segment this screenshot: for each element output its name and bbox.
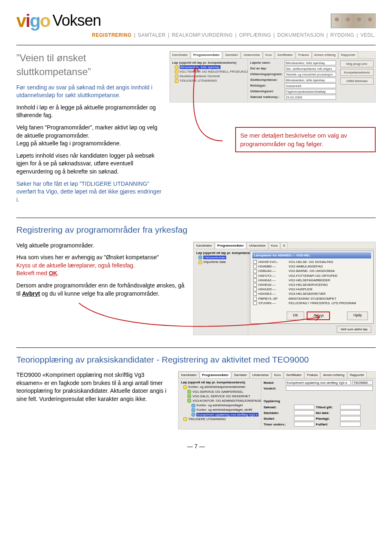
- form-row: Modul:Komprimert opplæring mot skriftleg…: [264, 380, 373, 385]
- nav-dokumentasjon[interactable]: DOKUMENTASJON: [277, 32, 324, 38]
- tree-node[interactable]: Kontor- og administrasjonsfaget: [180, 403, 259, 407]
- section1-p1: Før sending av svar på søknad må det ang…: [16, 84, 162, 100]
- tab-utdannelse[interactable]: Utdannelse: [247, 242, 268, 249]
- callout-red: Se mer detaljert beskrivelse om valg av …: [235, 127, 376, 152]
- list-row[interactable]: HSHSE3----VG3-HELSESEKRETÆR: [252, 292, 371, 296]
- logo-word: Voksen: [53, 10, 101, 31]
- form-row: Utdanningsvei:Fagbrev/praksiskandidatløp: [250, 89, 336, 94]
- form-row: Sluttkompetanse:Bilmekaniker, lette kjør…: [250, 78, 336, 82]
- form-row: Søknad realkomp.:29.02.2008: [250, 95, 336, 100]
- tab-s[interactable]: S: [281, 242, 287, 249]
- form-row: Vurdert:: [264, 386, 373, 391]
- list-row[interactable]: HSHUD2----VG2-HUDPLEIE: [252, 287, 371, 292]
- checkbox-icon[interactable]: [253, 287, 257, 291]
- tree-header-3: Løp (opprett ett løp pr. kompetansebevis…: [180, 380, 259, 385]
- section3-title: Teoriopplæring av praksiskandidater - Re…: [16, 354, 376, 365]
- tree-header-2: Løp (opprett ett løp pr. kompetansebevis…: [195, 251, 246, 255]
- sett-aktivt-button[interactable]: Sett som aktivt løp: [337, 326, 371, 333]
- nav-realkomp.vurdering[interactable]: REALKOMP.VURDERING: [172, 32, 233, 38]
- side-button[interactable]: Velg progr.omr.: [340, 60, 374, 67]
- tree-node[interactable]: VG1-TEKNIKK OG INDUSTRIELL PRODUKSJ: [172, 69, 246, 74]
- tab-kandidater[interactable]: Kandidater: [170, 51, 191, 58]
- tab-kandidater[interactable]: Kandidater: [178, 372, 199, 378]
- section2-p2: Hva som vises her er avhengig av ”Ønsket…: [16, 254, 186, 278]
- list-row[interactable]: HSAMB2----VG2-AMBULANSEFAG: [252, 264, 371, 269]
- checkbox-icon[interactable]: [253, 283, 257, 287]
- hjelp-button[interactable]: Hjelp: [347, 312, 368, 320]
- checkbox-icon[interactable]: [253, 292, 257, 296]
- form-row: Søknad:Tilbud gitt:: [264, 405, 373, 410]
- tab-annen erfaring[interactable]: Annen erfaring: [312, 51, 338, 58]
- tab-programområder[interactable]: Programområder: [191, 51, 222, 58]
- tab-rapporter[interactable]: Rapporter: [347, 372, 367, 378]
- nav-opplæring[interactable]: OPPLÆRING: [239, 32, 271, 38]
- checkbox-icon[interactable]: [253, 301, 257, 305]
- logo: vigo Voksen: [16, 8, 101, 33]
- list-row[interactable]: PBPBY3--SPMINSTEKRAV STUDIEKOMPET: [252, 296, 371, 301]
- list-row[interactable]: HSBUA2----VG2-BARNE- OG UNGDOMSA: [252, 269, 371, 273]
- tab-sertifikater[interactable]: Sertifikater: [275, 51, 295, 58]
- list-row[interactable]: HSHEA2----VG2-HELSEFAGARBEIDER: [252, 278, 371, 283]
- page-footer: — 7 —: [16, 443, 376, 451]
- tab-praksis[interactable]: Praksis: [305, 372, 320, 378]
- tree-node[interactable]: Importerte data: [195, 260, 246, 264]
- tab-kurs[interactable]: Kurs: [263, 51, 274, 58]
- form-row: Rettstype:Voksenrett: [250, 83, 336, 88]
- tab-utdannelse[interactable]: Utdannelse: [250, 372, 271, 378]
- tree-node[interactable]: VG2-SALG, SERVICE OG SIKKERHET: [180, 394, 259, 398]
- tab-kurs[interactable]: Kurs: [272, 372, 283, 378]
- checkbox-icon[interactable]: [253, 274, 257, 278]
- nav-rydding[interactable]: RYDDING: [330, 32, 354, 38]
- tab-samtaler[interactable]: Samtaler: [223, 51, 241, 58]
- tree-node[interactable]: Komprimert opplæring mot skriftleg Vg3 e: [180, 412, 259, 417]
- avbryt-button[interactable]: Avbryt: [307, 312, 330, 320]
- section2-title: Registrering av programområder fra yrkes…: [16, 224, 376, 236]
- section1-p3: Velg fanen ”Programområder”, marker akti…: [16, 124, 162, 148]
- tab-praksis[interactable]: Praksis: [296, 51, 311, 58]
- list-row[interactable]: HSFOT2----VG2-FOTTERAPI OG ORTOPED: [252, 274, 371, 278]
- tab-utdannelse[interactable]: Utdannelse: [241, 51, 262, 58]
- page-header: vigo Voksen: [16, 8, 376, 33]
- tab-samtaler[interactable]: Samtaler: [232, 372, 249, 378]
- section2-p3: Dersom andre programområder enn de forhå…: [16, 282, 186, 298]
- tree-header: Løp (opprett ett løp pr. kompetansebevis…: [172, 60, 246, 65]
- list-row[interactable]: HSHES2----VG2-HELSESERVICEFAG: [252, 283, 371, 287]
- checkbox-icon[interactable]: [253, 269, 257, 273]
- nav-registrering[interactable]: REGISTRERING: [92, 32, 131, 38]
- tree-node[interactable]: Helsesekretær: [195, 255, 246, 260]
- tab-annen erfaring[interactable]: Annen erfaring: [321, 372, 347, 378]
- side-button[interactable]: VMM Merknad: [340, 78, 374, 85]
- tab-programområder[interactable]: Programområder: [215, 242, 246, 249]
- tree-node[interactable]: TIDLIGERE UTDANNING: [172, 78, 246, 83]
- tab-rapporter[interactable]: Rapporter: [339, 51, 358, 58]
- nav-vedl.[interactable]: VEDL.: [361, 32, 376, 38]
- screenshot-3: KandidaterProgramområderSamtalerUtdannel…: [178, 371, 376, 430]
- side-button[interactable]: Kompetansebevis: [340, 69, 374, 76]
- form-row: Utdanningsprogram:Teknikk og industriell…: [250, 72, 336, 77]
- tree-node[interactable]: TIDLIGERE UTDANNING: [180, 417, 259, 421]
- tree-node[interactable]: Studiekompetanse Generell: [172, 74, 246, 78]
- tree-node[interactable]: Kontor- og administrasjonsfaget, skriftl: [180, 407, 259, 412]
- tab-sertifikater[interactable]: Sertifikater: [284, 372, 304, 378]
- list-row[interactable]: HSHSF1VO--VO1-HELSE- OG SOSIALFAG: [252, 260, 371, 264]
- tree-node[interactable]: Kontor- og administrasjonsmedarbeider: [180, 385, 259, 389]
- nav-samtaler[interactable]: SAMTALER: [138, 32, 166, 38]
- checkbox-icon[interactable]: [253, 265, 257, 268]
- tab-kurs[interactable]: Kurs: [269, 242, 280, 249]
- list-row[interactable]: STUVRK----FELLESFAG I YRKESSPES. UTD.PRO…: [252, 301, 371, 305]
- dialog-title: Læreplaner for HSHSE3---- VG3-HEL: [252, 252, 371, 258]
- checkbox-icon[interactable]: [253, 278, 257, 282]
- photo-strip: [331, 13, 376, 28]
- tree-node[interactable]: Bilmekaniker, lette kjøretøy: [172, 65, 246, 69]
- tab-programområder[interactable]: Programområder: [200, 372, 231, 378]
- tree-node[interactable]: VG3-KONTOR- OG ADMINISTRASJONSFAGE: [180, 398, 259, 403]
- section2-p1: Velg aktuelle programområder.: [16, 242, 186, 250]
- checkbox-icon[interactable]: [253, 297, 257, 300]
- section1-title: ”Veien til ønsket sluttkompetanse”: [16, 51, 162, 78]
- ok-button[interactable]: OK: [287, 312, 304, 320]
- form-row: Sluttet:Planlagt:: [264, 416, 373, 421]
- tree-node[interactable]: VG1-SERVICE OG SAMFERDSEL: [180, 390, 259, 394]
- form-row: Løpets navn:Bilmekaniker, lette kjøretøy: [250, 60, 336, 65]
- tab-kandidater[interactable]: Kandidater: [194, 242, 214, 249]
- checkbox-icon[interactable]: [253, 260, 257, 264]
